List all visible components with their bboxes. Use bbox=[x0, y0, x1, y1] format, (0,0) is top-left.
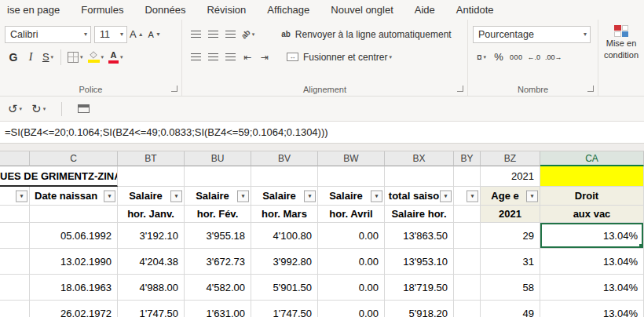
data-cell[interactable] bbox=[454, 223, 481, 249]
data-cell[interactable]: 18.06.1963 bbox=[30, 275, 118, 301]
dialog-launcher-icon[interactable] bbox=[171, 86, 177, 92]
header-cell[interactable]: hor. Fév. bbox=[185, 206, 251, 223]
sheet-title-cell[interactable]: UES DE GRIMENTZ-ZINA bbox=[0, 166, 118, 187]
decrease-decimal-button[interactable]: .00→ bbox=[543, 48, 565, 67]
header-cell[interactable]: Salaire▾ bbox=[118, 187, 185, 206]
header-cell[interactable]: aux vac bbox=[540, 206, 644, 223]
filter-dropdown-button[interactable]: ▾ bbox=[170, 190, 182, 202]
tab-nouvel-onglet[interactable]: Nouvel onglet bbox=[331, 4, 393, 16]
conditional-formatting-button[interactable]: Mise en condition bbox=[598, 22, 644, 60]
data-cell[interactable]: 26.02.1972 bbox=[30, 301, 118, 317]
data-cell[interactable]: 3'992.80 bbox=[251, 249, 318, 275]
empty-cell[interactable] bbox=[385, 166, 454, 187]
data-cell[interactable]: 13.02.1990 bbox=[30, 249, 118, 275]
align-top-button[interactable] bbox=[187, 25, 204, 44]
undo-button[interactable]: ↺ ▾ bbox=[8, 102, 22, 116]
column-header-BV[interactable]: BV bbox=[251, 151, 318, 166]
filter-dropdown-button[interactable]: ▾ bbox=[440, 190, 452, 202]
header-cell[interactable] bbox=[454, 206, 481, 223]
borders-button[interactable]: ▾ bbox=[65, 48, 86, 67]
underline-button[interactable]: S ▾ bbox=[39, 48, 57, 67]
filter-dropdown-button[interactable]: ▾ bbox=[467, 190, 478, 202]
data-cell[interactable]: 13'953.10 bbox=[385, 249, 454, 275]
data-cell[interactable] bbox=[0, 249, 30, 275]
empty-cell[interactable] bbox=[454, 166, 481, 187]
empty-cell[interactable] bbox=[185, 166, 251, 187]
filter-dropdown-button[interactable]: ▾ bbox=[526, 190, 538, 202]
data-cell[interactable]: 1'747.50 bbox=[251, 301, 318, 317]
year-cell[interactable]: 2021 bbox=[481, 166, 540, 187]
data-cell[interactable]: 4'204.38 bbox=[118, 249, 185, 275]
header-cell[interactable]: hor. Avril bbox=[318, 206, 385, 223]
font-size-select[interactable]: 11 ▾ bbox=[94, 26, 127, 43]
data-cell[interactable]: 0.00 bbox=[318, 223, 385, 249]
header-cell[interactable]: Salaire hor. bbox=[385, 206, 454, 223]
data-cell[interactable]: 3'955.18 bbox=[185, 223, 251, 249]
data-cell[interactable]: 5'901.50 bbox=[251, 275, 318, 301]
align-center-button[interactable] bbox=[204, 48, 221, 67]
wrap-text-button[interactable]: ab Renvoyer à la ligne automatiquement bbox=[279, 25, 453, 44]
header-cell[interactable]: Salaire▾ bbox=[318, 187, 385, 206]
column-header-CA[interactable]: CA bbox=[540, 151, 644, 166]
column-header-C[interactable]: C bbox=[30, 151, 118, 166]
empty-cell[interactable] bbox=[318, 166, 385, 187]
align-left-button[interactable] bbox=[187, 48, 204, 67]
comma-style-button[interactable]: 000 bbox=[507, 48, 525, 67]
data-cell[interactable]: 29 bbox=[481, 223, 540, 249]
data-cell[interactable]: 13.04% bbox=[540, 275, 644, 301]
filter-dropdown-button[interactable]: ▾ bbox=[104, 190, 115, 202]
header-cell[interactable]: Salaire▾ bbox=[251, 187, 318, 206]
data-cell[interactable]: 3'672.73 bbox=[185, 249, 251, 275]
data-cell[interactable]: 0.00 bbox=[318, 275, 385, 301]
data-cell[interactable] bbox=[0, 223, 30, 249]
data-cell[interactable]: 4'988.00 bbox=[118, 275, 185, 301]
increase-decimal-button[interactable]: ←.0 bbox=[525, 48, 543, 67]
empty-cell[interactable] bbox=[118, 166, 185, 187]
header-cell[interactable]: Droit bbox=[540, 187, 644, 206]
data-cell[interactable]: 31 bbox=[481, 249, 540, 275]
orientation-button[interactable]: ab ▾ bbox=[239, 25, 257, 44]
header-cell[interactable]: total saiso▾ bbox=[385, 187, 454, 206]
column-header-BT[interactable]: BT bbox=[118, 151, 185, 166]
dialog-launcher-icon[interactable] bbox=[457, 86, 463, 92]
data-cell[interactable]: 0.00 bbox=[318, 249, 385, 275]
column-header-BY[interactable]: BY bbox=[454, 151, 481, 166]
tab-mise-en-page[interactable]: ise en page bbox=[7, 4, 60, 16]
formula-bar[interactable]: =SI(BZ4<=20;0.1064;SI(BZ4<=49;0.0833;SI(… bbox=[0, 122, 644, 144]
filter-dropdown-button[interactable]: ▾ bbox=[371, 190, 382, 202]
merge-center-button[interactable]: ↔ Fusionner et centrer ▾ bbox=[284, 48, 394, 67]
redo-button[interactable]: ↻ ▾ bbox=[31, 102, 46, 116]
data-cell[interactable]: 4'100.80 bbox=[251, 223, 318, 249]
data-cell[interactable]: 13.04% bbox=[540, 301, 644, 317]
align-bottom-button[interactable] bbox=[221, 25, 239, 44]
increase-font-size-button[interactable]: A▲ bbox=[127, 25, 146, 44]
fill-color-button[interactable]: ▾ bbox=[86, 48, 107, 67]
data-cell[interactable]: 1'747.50 bbox=[118, 301, 185, 317]
yellow-highlight-cell[interactable] bbox=[540, 166, 644, 187]
tab-donnees[interactable]: Données bbox=[145, 4, 185, 16]
column-header-blank[interactable] bbox=[0, 151, 30, 166]
column-header-BX[interactable]: BX bbox=[385, 151, 454, 166]
header-cell[interactable]: Age e▾ bbox=[481, 187, 540, 206]
data-cell[interactable] bbox=[0, 301, 30, 317]
data-cell[interactable]: 05.06.1992 bbox=[30, 223, 118, 249]
header-cell[interactable] bbox=[0, 206, 30, 223]
clipboard-icon[interactable] bbox=[78, 104, 90, 113]
header-cell[interactable]: Date naissan▾ bbox=[30, 187, 118, 206]
data-cell[interactable]: 0.00 bbox=[318, 301, 385, 317]
filter-dropdown-button[interactable]: ▾ bbox=[237, 190, 249, 202]
align-right-button[interactable] bbox=[221, 48, 239, 67]
tab-formules[interactable]: Formules bbox=[81, 4, 123, 16]
number-format-select[interactable]: Pourcentage ▾ bbox=[473, 26, 591, 43]
data-cell[interactable]: 1'631.00 bbox=[185, 301, 251, 317]
data-cell[interactable]: 13.04% bbox=[540, 249, 644, 275]
data-cell[interactable]: 18'719.50 bbox=[385, 275, 454, 301]
data-cell[interactable]: 13.04% bbox=[540, 223, 644, 249]
decrease-font-size-button[interactable]: A▼ bbox=[146, 25, 163, 44]
percent-style-button[interactable]: % bbox=[490, 48, 507, 67]
align-middle-button[interactable] bbox=[204, 25, 221, 44]
font-color-button[interactable]: A ▾ bbox=[106, 48, 126, 67]
data-cell[interactable]: 5'918.20 bbox=[385, 301, 454, 317]
filter-dropdown-button[interactable]: ▾ bbox=[304, 190, 316, 202]
data-cell[interactable]: 4'582.00 bbox=[185, 275, 251, 301]
